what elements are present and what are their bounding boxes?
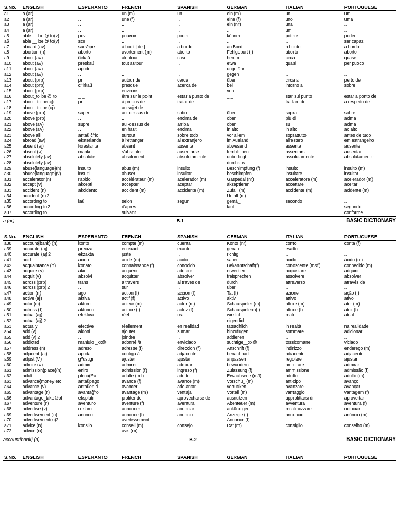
- table-cell: adresse (f): [121, 345, 176, 351]
- table-cell: ..: [285, 417, 343, 423]
- table-cell: real: [176, 312, 225, 318]
- table-cell: active (aj): [22, 296, 77, 301]
- table-cell: über: [226, 110, 285, 116]
- table-cell: reale: [285, 312, 343, 318]
- table-cell: apude: [77, 66, 121, 72]
- table-cell: acceleratore (m): [285, 177, 343, 182]
- table-cell: aborto: [176, 49, 225, 55]
- table-cell: une (f): [121, 17, 176, 22]
- table-row: a62adultplenaĝʰaadulte (m f)adultoErwach…: [3, 373, 396, 379]
- table-cell: advice (n): [22, 428, 77, 434]
- table-cell: en exact: [121, 246, 176, 252]
- table-cell: admirar: [343, 362, 396, 368]
- table-cell: più di: [285, 116, 343, 122]
- table-cell: assolvere: [285, 274, 343, 280]
- table-cell: à bord [ de ]: [121, 44, 176, 50]
- table-cell: aceitar: [343, 182, 396, 188]
- table-cell: a62: [3, 373, 22, 379]
- table-cell: accurate (aj): [22, 246, 77, 252]
- table-row: a4a (ar)........un'..: [3, 28, 396, 33]
- table-row: a55add (v) 2..joindre..addieren....: [3, 335, 396, 340]
- table-cell: addieren: [226, 335, 285, 340]
- table-cell: laut: [226, 204, 285, 210]
- table-cell: insulto: [285, 166, 343, 171]
- table-cell: actrice (f): [121, 307, 176, 313]
- table-cell: ..: [343, 88, 396, 94]
- table-cell: un': [285, 28, 343, 33]
- table-cell: ajustar: [343, 356, 396, 362]
- table-cell: esatto: [285, 246, 343, 252]
- table-cell: eksterlande: [77, 138, 121, 143]
- table-cell: a57: [3, 345, 22, 351]
- table-cell: ..: [176, 17, 225, 22]
- table-cell: avantaĝʰo: [77, 390, 121, 395]
- table-cell: a8: [3, 49, 22, 55]
- section-2: S.No. ENGLISH ESPERANTO FRENCH SPANISH G…: [3, 234, 396, 442]
- table-cell: acidente (m): [343, 188, 396, 193]
- table-cell: arriba: [176, 122, 225, 127]
- table-cell: apuda: [77, 351, 121, 357]
- table-row: a42acquaintance (n)konatoconnaissance (f…: [3, 263, 396, 269]
- table-cell: a53: [3, 324, 22, 329]
- table-cell: an Bord: [226, 44, 285, 50]
- table-cell: pouvoir: [121, 33, 176, 39]
- table-cell: ..: [121, 28, 176, 33]
- table-cell: avis (m): [121, 428, 176, 434]
- table-row: a1a (ar)..un (m)unein (m)unum: [3, 11, 396, 17]
- table-cell: aventura: [176, 401, 225, 406]
- table-cell: von: [226, 88, 285, 94]
- table-cell: actress (f): [22, 307, 77, 313]
- table-cell: preskaŭ: [77, 61, 121, 66]
- table-row: a51actual (aj)efektivaréelrealwirklichre…: [3, 312, 396, 318]
- table-cell: en haut: [121, 127, 176, 132]
- table-cell: adulto (m): [343, 373, 396, 379]
- table-cell: antaŭpago: [77, 379, 121, 384]
- table-cell: according to 2: [22, 204, 77, 210]
- table-cell: richtig: [226, 251, 285, 257]
- table-cell: address (n): [22, 345, 77, 351]
- table-cell: aborto: [77, 49, 121, 55]
- table-cell: adquirir: [176, 268, 225, 274]
- table-cell: actual (aj) 2: [22, 318, 77, 324]
- table-cell: ..: [77, 204, 121, 210]
- table-cell: acteur (m): [121, 301, 176, 307]
- table-cell: intorno a: [285, 83, 343, 88]
- table-cell: adonné /à: [121, 340, 176, 345]
- table-row: a18about_ to be (cj)..au sujet de.._ __ …: [3, 105, 396, 111]
- section-1-footer: a (ar) B-1 BASIC DICTIONARY: [3, 216, 396, 223]
- table-cell: _ _: [226, 94, 285, 99]
- table-cell: Gaspedal (nr): [226, 177, 285, 182]
- table-cell: atriz (f): [343, 307, 396, 313]
- table-cell: circa a: [285, 77, 343, 83]
- table-cell: trans: [77, 280, 121, 285]
- table-cell: Bekanntschaft(f): [226, 263, 285, 269]
- table-cell: aboard (av): [22, 44, 77, 50]
- header-sno: S.No.: [3, 4, 22, 11]
- table-cell: actor (m): [22, 301, 77, 307]
- table-cell: quasi: [285, 61, 343, 66]
- table-row: a12about (av)......gegen....: [3, 72, 396, 77]
- table-cell: ..: [77, 428, 121, 434]
- table-cell: assolutamente: [285, 154, 343, 160]
- table-cell: annoncer: [121, 406, 176, 412]
- table-cell: im Ausland: [226, 138, 285, 143]
- table-cell: circa: [285, 55, 343, 61]
- table-cell: segundo: [343, 204, 396, 210]
- table-cell: Beschimpfung (f): [226, 166, 285, 171]
- table-cell: ..: [176, 285, 225, 290]
- table-cell: a21: [3, 122, 22, 127]
- table-cell: al traves de: [176, 280, 225, 285]
- table-2: S.No. ENGLISH ESPERANTO FRENCH SPANISH G…: [3, 234, 396, 434]
- table-cell: manki: [77, 149, 121, 155]
- table-cell: pri: [77, 77, 121, 83]
- table-cell: according to: [22, 210, 77, 216]
- table-cell: aventuro: [77, 401, 121, 406]
- table-cell: ..: [77, 193, 121, 199]
- table-cell: süchtige__xx@: [226, 340, 285, 345]
- table-cell: admission{place}(n): [22, 368, 77, 374]
- table-row: a31accelerator (n)rapidoaccélérateur (m)…: [3, 177, 396, 182]
- table-cell: atual: [343, 312, 396, 318]
- table-cell: regolare: [285, 356, 343, 362]
- table-cell: cerca: [176, 77, 225, 83]
- table-row: a16about_to be @ to_ _être sur le pointe…: [3, 94, 396, 99]
